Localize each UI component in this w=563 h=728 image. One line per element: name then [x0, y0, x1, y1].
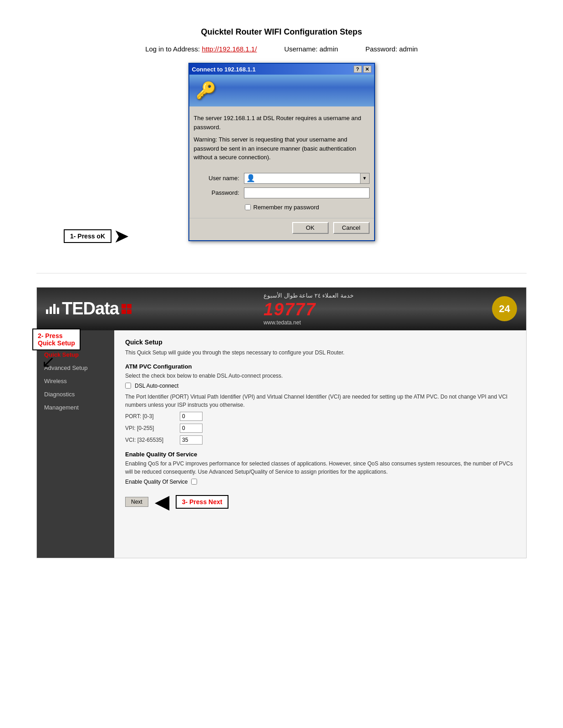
login-password: Password: admin: [365, 45, 418, 53]
qos-checkbox-label: Enable Quality Of Service: [125, 479, 188, 485]
vci-row: VCI: [32-65535]: [125, 435, 515, 445]
content-page-title: Quick Setup: [125, 339, 515, 346]
dialog-titlebar: Connect to 192.168.1.1 ? ✕: [189, 64, 374, 75]
username-input-select[interactable]: 👤 ▼: [244, 173, 370, 184]
username-row: User name: 👤 ▼: [194, 173, 370, 184]
router-ui-wrapper: 2- PressQuick Setup ↙ TE Data خدمة العمل…: [36, 287, 527, 558]
router-banner: TE Data خدمة العملاء ٢٤ ساعة طوال الأسبو…: [37, 288, 526, 330]
vci-label: VCI: [32-65535]: [125, 437, 180, 443]
content-intro: This Quick Setup will guide you through …: [125, 349, 515, 357]
banner-24-badge: 24: [492, 296, 517, 321]
qos-checkbox-row: Enable Quality Of Service: [125, 479, 515, 485]
sidebar-item-management[interactable]: Management: [37, 401, 114, 414]
remember-row: Remember my password: [194, 202, 370, 215]
username-label: User name:: [194, 175, 239, 182]
dialog-text2: Warning: This server is requesting that …: [194, 135, 370, 162]
banner-right: خدمة العملاء ٢٤ ساعة طوال الأسبوع 19777 …: [264, 292, 354, 326]
qos-checkbox[interactable]: [191, 479, 197, 485]
login-line: Log in to Address: http://192.168.1.1/ U…: [36, 45, 527, 53]
qos-desc: Enabling QoS for a PVC improves performa…: [125, 460, 515, 476]
dialog-close-button[interactable]: ✕: [363, 66, 371, 73]
dropdown-arrow-icon[interactable]: ▼: [360, 173, 369, 183]
press-ok-arrow-icon: ➤: [113, 227, 129, 246]
next-row: Next ◀ 3- Press Next: [125, 492, 515, 511]
press-ok-label: 1- Press oK: [64, 229, 112, 243]
dialog-text1: The server 192.168.1.1 at DSL Router req…: [194, 114, 370, 131]
press-ok-annotation: 1- Press oK ➤: [64, 227, 129, 246]
router-url-link[interactable]: http://192.168.1.1/: [202, 45, 257, 53]
password-row: Password:: [194, 187, 370, 198]
atm-checkbox-row: DSL Auto-connect: [125, 383, 515, 389]
dialog-text-area: The server 192.168.1.1 at DSL Router req…: [189, 111, 374, 170]
atm-checkbox[interactable]: [125, 383, 131, 389]
port-input[interactable]: [180, 412, 203, 421]
port-label: PORT: [0-3]: [125, 413, 180, 420]
logo-squares-icon: [122, 304, 132, 314]
remember-checkbox[interactable]: [245, 204, 251, 210]
ok-button[interactable]: OK: [292, 222, 329, 234]
qos-section-title: Enable Quality Of Service: [125, 451, 515, 458]
logo-bars-icon: [46, 304, 59, 314]
dialog-header-area: 🔑: [189, 75, 374, 106]
vpi-row: VPI: [0-255]: [125, 424, 515, 433]
press-next-arrow-icon: ◀: [155, 492, 169, 511]
banner-arabic-text: خدمة العملاء ٢٤ ساعة طوال الأسبوع: [264, 292, 354, 299]
atm-section-title: ATM PVC Configuration: [125, 363, 515, 370]
dialog-form: User name: 👤 ▼ Password: Remember my pas…: [189, 170, 374, 218]
vpi-label: VPI: [0-255]: [125, 425, 180, 431]
press-qs-label: 2- PressQuick Setup: [32, 329, 81, 350]
dialog-titlebar-buttons: ? ✕: [354, 66, 371, 73]
sidebar-item-diagnostics[interactable]: Diagnostics: [37, 388, 114, 401]
atm-checkbox-label: DSL Auto-connect: [135, 383, 178, 389]
dialog-title: Connect to 192.168.1.1: [192, 66, 256, 73]
dialog-help-button[interactable]: ?: [354, 66, 362, 73]
router-logo: TE Data: [46, 299, 132, 318]
router-content: Quick Setup This Quick Setup will guide …: [114, 330, 526, 558]
login-prefix: Log in to Address: http://192.168.1.1/: [145, 45, 257, 53]
vci-input[interactable]: [180, 435, 203, 445]
password-label: Password:: [194, 189, 239, 196]
atm-desc2: The Port Identifier (PORT) Virtual Path …: [125, 393, 515, 409]
key-icon: 🔑: [196, 81, 216, 100]
next-button[interactable]: Next: [125, 497, 148, 507]
port-row: PORT: [0-3]: [125, 412, 515, 421]
connect-dialog: Connect to 192.168.1.1 ? ✕ 🔑 The server …: [188, 63, 375, 241]
press-next-label: 3- Press Next: [176, 495, 229, 509]
logo-data: Data: [83, 299, 119, 318]
dialog-buttons-row: OK Cancel: [189, 218, 374, 240]
vpi-input[interactable]: [180, 424, 203, 433]
remember-label: Remember my password: [254, 204, 320, 211]
dialog-wrapper: Connect to 192.168.1.1 ? ✕ 🔑 The server …: [36, 63, 527, 241]
user-icon: 👤: [244, 174, 255, 182]
sidebar-item-wireless[interactable]: Wireless: [37, 374, 114, 388]
router-body: Device Info Quick Setup Advanced Setup W…: [37, 330, 526, 558]
separator: [36, 273, 527, 273]
banner-website: www.tedata.net: [264, 319, 354, 326]
press-qs-arrow-icon: ↙: [41, 352, 81, 371]
atm-desc: Select the check box below to enable DSL…: [125, 372, 515, 380]
login-username: Username: admin: [284, 45, 338, 53]
cancel-button[interactable]: Cancel: [333, 222, 370, 234]
page-title: Quicktel Router WIFI Configuration Steps: [36, 27, 527, 37]
banner-phone: 19777: [264, 300, 354, 319]
password-input[interactable]: [244, 187, 370, 198]
logo-te: TE: [62, 299, 83, 318]
press-quicksetup-annotation: 2- PressQuick Setup ↙: [32, 329, 81, 371]
